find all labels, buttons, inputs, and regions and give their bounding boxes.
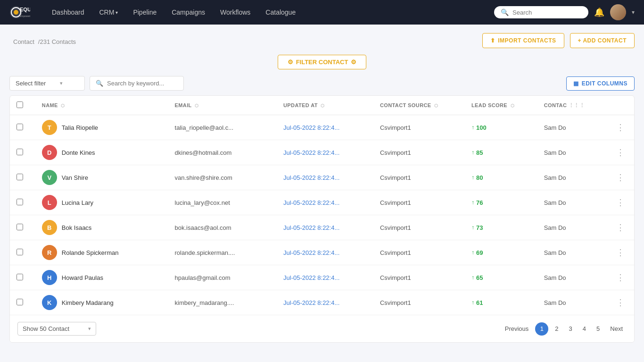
header-action xyxy=(606,96,634,115)
contact-name-cell: T Talia Riopelle xyxy=(35,115,168,140)
sort-source-icon[interactable]: ⬡ xyxy=(434,103,438,108)
add-contact-button[interactable]: + ADD CONTACT xyxy=(570,33,635,48)
contact-name[interactable]: Talia Riopelle xyxy=(62,124,98,131)
contact-action-menu[interactable]: ⋮ xyxy=(606,240,634,265)
contact-source-cell: Csvimport1 xyxy=(373,265,465,290)
contact-assigned-cell: Sam Do xyxy=(537,165,606,190)
svg-text:EQUP: EQUP xyxy=(20,7,30,12)
search-icon: 🔍 xyxy=(501,8,509,16)
select-all-checkbox[interactable] xyxy=(17,101,23,108)
row-checkbox-cell xyxy=(10,290,35,315)
row-checkbox[interactable] xyxy=(17,224,23,230)
contact-name[interactable]: Donte Kines xyxy=(62,149,95,156)
columns-manage-icon[interactable]: ⋮⋮⋮ xyxy=(569,102,585,108)
contact-email-cell[interactable]: talia_riopelle@aol.c... xyxy=(168,115,277,140)
pagination-page-2[interactable]: 2 xyxy=(551,323,562,335)
pagination-page-3[interactable]: 3 xyxy=(565,323,576,335)
logo[interactable]: EQUP Empowering Businesses xyxy=(9,4,30,21)
name-cell-content: L Lucina Lary xyxy=(42,195,162,210)
select-filter-dropdown[interactable]: Select filter ▾ xyxy=(9,76,85,91)
nav-crm[interactable]: CRM xyxy=(92,0,126,25)
contact-name[interactable]: Rolande Spickerman xyxy=(62,249,119,256)
nav-campaigns[interactable]: Campaigns xyxy=(164,0,213,25)
sort-updated-icon[interactable]: ⬡ xyxy=(321,103,324,108)
row-checkbox[interactable] xyxy=(17,199,23,205)
contacts-tbody: T Talia Riopelle talia_riopelle@aol.c...… xyxy=(10,115,634,315)
contact-action-menu[interactable]: ⋮ xyxy=(606,115,634,140)
contact-assigned-cell: Sam Do xyxy=(537,240,606,265)
contact-avatar: V xyxy=(42,170,57,185)
contact-name-cell: K Kimbery Madarang xyxy=(35,290,168,315)
score-value: ↑ 65 xyxy=(471,274,531,281)
edit-columns-button[interactable]: ▦ EDIT COLUMNS xyxy=(566,76,635,91)
navbar-search[interactable]: 🔍 xyxy=(494,6,588,18)
notification-bell[interactable]: 🔔 xyxy=(594,7,604,17)
contact-email-cell[interactable]: dkines@hotmail.com xyxy=(168,140,277,165)
pagination-controls: Previous 1 2 3 4 5 Next xyxy=(501,322,627,336)
keyword-search-input[interactable] xyxy=(107,80,178,87)
contact-source-cell: Csvimport1 xyxy=(373,240,465,265)
contact-action-menu[interactable]: ⋮ xyxy=(606,165,634,190)
pagination-page-4[interactable]: 4 xyxy=(579,323,590,335)
contact-assigned-cell: Sam Do xyxy=(537,215,606,240)
contact-email-cell[interactable]: van.shire@shire.com xyxy=(168,165,277,190)
contact-action-menu[interactable]: ⋮ xyxy=(606,215,634,240)
contact-name[interactable]: Lucina Lary xyxy=(62,199,93,206)
nav-pipeline[interactable]: Pipeline xyxy=(125,0,164,25)
row-checkbox[interactable] xyxy=(17,149,23,155)
import-contacts-button[interactable]: ⬆ IMPORT CONTACTS xyxy=(482,33,564,48)
table-row: K Kimbery Madarang kimbery_madarang.... … xyxy=(10,290,634,315)
pagination-previous[interactable]: Previous xyxy=(501,323,533,335)
keyword-search-box[interactable]: 🔍 xyxy=(90,76,184,91)
contact-action-menu[interactable]: ⋮ xyxy=(606,290,634,315)
contact-action-menu[interactable]: ⋮ xyxy=(606,140,634,165)
contact-email-cell[interactable]: kimbery_madarang.... xyxy=(168,290,277,315)
search-input[interactable] xyxy=(512,9,582,16)
show-count-dropdown[interactable]: Show 50 Contact ▾ xyxy=(17,322,96,336)
contact-source-cell: Csvimport1 xyxy=(373,140,465,165)
contact-name-cell: R Rolande Spickerman xyxy=(35,240,168,265)
contact-avatar: K xyxy=(42,295,57,310)
contact-email-cell[interactable]: hpaulas@gmail.com xyxy=(168,265,277,290)
sort-name-icon[interactable]: ⬡ xyxy=(61,103,65,108)
contact-action-menu[interactable]: ⋮ xyxy=(606,265,634,290)
score-value: ↑ 80 xyxy=(471,174,531,181)
contact-email-cell[interactable]: lucina_lary@cox.net xyxy=(168,190,277,215)
contact-action-menu[interactable]: ⋮ xyxy=(606,190,634,215)
contact-name[interactable]: Van Shire xyxy=(62,174,88,181)
contact-name[interactable]: Bok Isaacs xyxy=(62,224,92,231)
nav-catalogue[interactable]: Catalogue xyxy=(258,0,303,25)
user-avatar-button[interactable] xyxy=(610,4,626,20)
row-checkbox[interactable] xyxy=(17,274,23,280)
row-checkbox[interactable] xyxy=(17,174,23,180)
pagination-next[interactable]: Next xyxy=(606,323,627,335)
row-checkbox[interactable] xyxy=(17,124,23,130)
contact-email-cell[interactable]: rolande.spickerman.... xyxy=(168,240,277,265)
pagination-page-5[interactable]: 5 xyxy=(593,323,603,335)
nav-workflows[interactable]: Workflows xyxy=(213,0,258,25)
svg-text:Empowering Businesses: Empowering Businesses xyxy=(20,15,30,17)
contact-avatar: B xyxy=(42,220,57,235)
filter-contact-button[interactable]: ⚙ FILTER CONTACT ⚙ xyxy=(278,55,367,69)
row-checkbox[interactable] xyxy=(17,249,23,255)
score-value: ↑ 85 xyxy=(471,149,531,156)
contact-updated-cell: Jul-05-2022 8:22:4... xyxy=(277,240,373,265)
table-row: D Donte Kines dkines@hotmail.com Jul-05-… xyxy=(10,140,634,165)
pagination-page-1[interactable]: 1 xyxy=(535,322,548,336)
row-checkbox-cell xyxy=(10,240,35,265)
contact-name[interactable]: Kimbery Madarang xyxy=(62,299,114,306)
contact-assigned-cell: Sam Do xyxy=(537,265,606,290)
score-number: 76 xyxy=(476,199,483,206)
sort-score-icon[interactable]: ⬡ xyxy=(511,103,514,108)
nav-dashboard[interactable]: Dashboard xyxy=(44,0,92,25)
contact-score-cell: ↑ 80 xyxy=(465,165,537,190)
score-value: ↑ 100 xyxy=(471,124,531,131)
filter-icon-right: ⚙ xyxy=(351,59,356,66)
name-cell-content: D Donte Kines xyxy=(42,145,162,160)
search-keyword-icon: 🔍 xyxy=(96,80,103,87)
row-checkbox[interactable] xyxy=(17,299,23,305)
contact-email-cell[interactable]: bok.isaacs@aol.com xyxy=(168,215,277,240)
user-dropdown-icon[interactable]: ▾ xyxy=(632,9,635,16)
sort-email-icon[interactable]: ⬡ xyxy=(195,103,198,108)
contact-name[interactable]: Howard Paulas xyxy=(62,274,103,281)
